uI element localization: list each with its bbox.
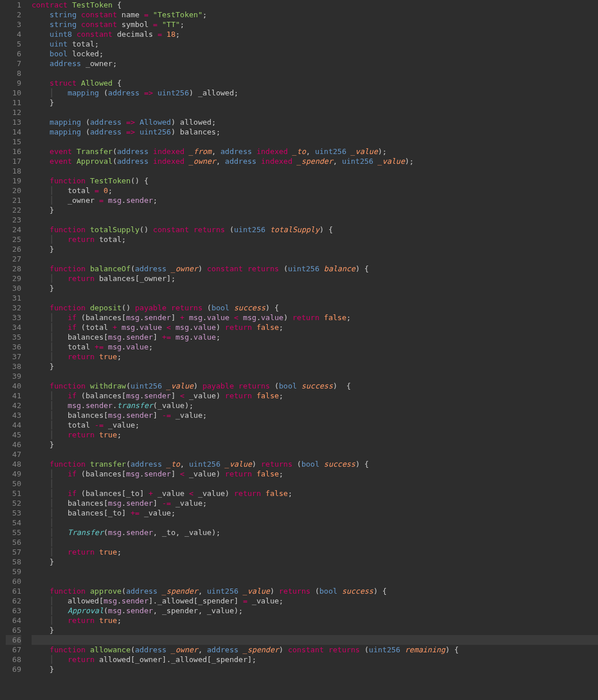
code-line[interactable]	[32, 576, 598, 586]
line-number: 26	[6, 244, 21, 254]
code-line[interactable]: │ if (balances[msg.sender] < _value) ret…	[32, 469, 598, 479]
code-line[interactable]: }	[32, 440, 598, 449]
code-line[interactable]: function approve(address _spender, uint2…	[32, 586, 598, 596]
code-line[interactable]: function deposit() payable returns (bool…	[32, 303, 598, 313]
code-line[interactable]: function withdraw(uint256 _value) payabl…	[32, 381, 598, 391]
line-number: 3	[6, 20, 21, 29]
code-line[interactable]: event Transfer(address indexed _from, ad…	[32, 147, 598, 156]
code-line[interactable]: function TestToken() {	[32, 176, 598, 186]
code-line[interactable]: }	[32, 625, 598, 635]
code-line[interactable]: │ return balances[_owner];	[32, 274, 598, 283]
code-line[interactable]	[32, 371, 598, 381]
code-line[interactable]: │ mapping (address => uint256) _allowed;	[32, 88, 598, 98]
code-line[interactable]: │ if (total + msg.value < msg.value) ret…	[32, 322, 598, 332]
code-line[interactable]: }	[32, 283, 598, 293]
code-line[interactable]: bool locked;	[32, 49, 598, 59]
line-number: 20	[6, 186, 21, 195]
code-line[interactable]: function totalSupply() constant returns …	[32, 225, 598, 234]
code-line[interactable]: │ return true;	[32, 430, 598, 440]
line-number: 59	[6, 567, 21, 576]
code-line[interactable]: │ balances[msg.sender] -= _value;	[32, 410, 598, 420]
code-line[interactable]: │ Approval(msg.sender, _spender, _value)…	[32, 606, 598, 616]
code-line[interactable]: }	[32, 557, 598, 567]
code-line[interactable]	[32, 567, 598, 576]
code-line[interactable]: string constant symbol = "TT";	[32, 20, 598, 29]
line-number: 68	[6, 655, 21, 664]
code-line[interactable]: function transfer(address _to, uint256 _…	[32, 459, 598, 469]
line-number: 13	[6, 117, 21, 127]
code-line[interactable]: │ return true;	[32, 616, 598, 625]
line-number: 16	[6, 147, 21, 156]
line-number: 57	[6, 547, 21, 557]
code-line[interactable]: │ balances[msg.sender] -= _value;	[32, 498, 598, 508]
code-line[interactable]	[32, 449, 598, 459]
code-line[interactable]: │ balances[_to] += _value;	[32, 508, 598, 518]
code-line[interactable]	[32, 137, 598, 147]
code-editor-area[interactable]: contract TestToken { string constant nam…	[32, 0, 598, 674]
code-line[interactable]: │ if (balances[msg.sender] < _value) ret…	[32, 391, 598, 401]
line-number: 61	[6, 586, 21, 596]
code-line[interactable]: }	[32, 664, 598, 674]
line-number: 36	[6, 342, 21, 352]
code-line[interactable]	[32, 215, 598, 225]
line-number: 18	[6, 166, 21, 176]
code-line[interactable]: │ return total;	[32, 234, 598, 244]
code-line[interactable]: │ msg.sender.transfer(_value);	[32, 401, 598, 410]
code-line[interactable]: │ return allowed[_owner]._allowed[_spend…	[32, 655, 598, 664]
code-line[interactable]: │ _owner = msg.sender;	[32, 195, 598, 205]
code-line[interactable]	[32, 635, 598, 645]
code-line[interactable]: }	[32, 98, 598, 107]
line-number: 66	[6, 635, 21, 645]
code-line[interactable]: │ return true;	[32, 352, 598, 361]
line-number: 42	[6, 401, 21, 410]
line-number: 17	[6, 156, 21, 166]
code-line[interactable]	[32, 166, 598, 176]
line-number: 65	[6, 625, 21, 635]
code-line[interactable]: │ allowed[msg.sender]._allowed[_spender]…	[32, 596, 598, 606]
line-number: 34	[6, 322, 21, 332]
code-line[interactable]: contract TestToken {	[32, 0, 598, 10]
code-line[interactable]: uint total;	[32, 39, 598, 49]
code-line[interactable]: event Approval(address indexed _owner, a…	[32, 156, 598, 166]
code-line[interactable]	[32, 68, 598, 78]
line-number: 4	[6, 29, 21, 39]
code-line[interactable]	[32, 254, 598, 264]
line-number: 67	[6, 645, 21, 655]
code-line[interactable]: │	[32, 537, 598, 547]
line-number: 32	[6, 303, 21, 313]
code-line[interactable]: }	[32, 205, 598, 215]
line-number: 56	[6, 537, 21, 547]
code-line[interactable]: │ total = 0;	[32, 186, 598, 195]
code-line[interactable]: │ total -= _value;	[32, 420, 598, 430]
code-line[interactable]	[32, 107, 598, 117]
code-line[interactable]: │	[32, 479, 598, 489]
code-line[interactable]: │ total += msg.value;	[32, 342, 598, 352]
code-line[interactable]: uint8 constant decimals = 18;	[32, 29, 598, 39]
line-number: 54	[6, 518, 21, 528]
code-line[interactable]: }	[32, 361, 598, 371]
code-line[interactable]: mapping (address => uint256) balances;	[32, 127, 598, 137]
code-line[interactable]: │ if (balances[msg.sender] + msg.value <…	[32, 313, 598, 322]
code-line[interactable]: function allowance(address _owner, addre…	[32, 645, 598, 655]
code-line[interactable]: string constant name = "TestToken";	[32, 10, 598, 20]
line-number: 62	[6, 596, 21, 606]
code-line[interactable]: │	[32, 518, 598, 528]
line-number-gutter: 1234567891011121314151617181920212223242…	[0, 0, 32, 674]
line-number: 31	[6, 293, 21, 303]
code-line[interactable]: │ return true;	[32, 547, 598, 557]
line-number: 7	[6, 59, 21, 68]
code-line[interactable]	[32, 293, 598, 303]
line-number: 60	[6, 576, 21, 586]
code-line[interactable]: │ balances[msg.sender] += msg.value;	[32, 332, 598, 342]
line-number: 29	[6, 274, 21, 283]
code-line[interactable]: mapping (address => Allowed) allowed;	[32, 117, 598, 127]
code-line[interactable]: }	[32, 244, 598, 254]
code-line[interactable]: │ if (balances[_to] + _value < _value) r…	[32, 489, 598, 498]
code-line[interactable]: function balanceOf(address _owner) const…	[32, 264, 598, 274]
code-line[interactable]: address _owner;	[32, 59, 598, 68]
code-line[interactable]: │ Transfer(msg.sender, _to, _value);	[32, 528, 598, 537]
code-line[interactable]: struct Allowed {	[32, 78, 598, 88]
line-number: 55	[6, 528, 21, 537]
line-number: 33	[6, 313, 21, 322]
line-number: 41	[6, 391, 21, 401]
